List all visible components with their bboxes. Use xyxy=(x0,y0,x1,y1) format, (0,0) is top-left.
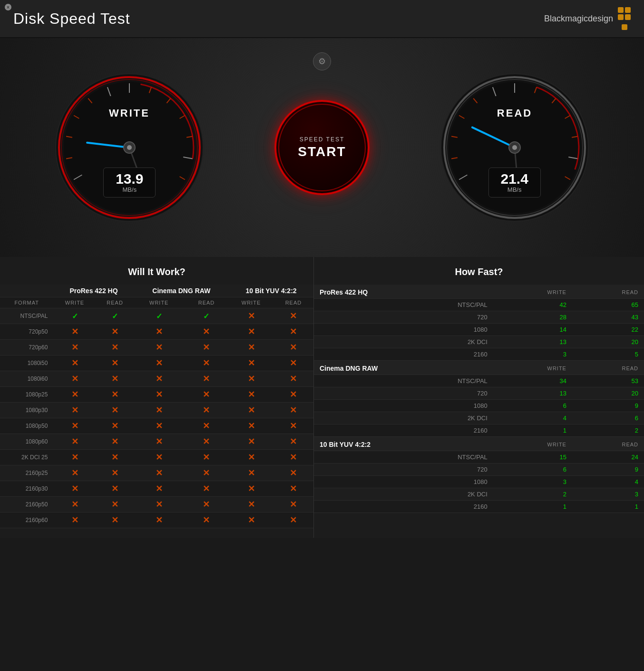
write-value: 6 xyxy=(493,464,572,476)
format-cell: 2160p25 xyxy=(0,465,53,481)
write-speed-value: 13.9 xyxy=(113,172,146,186)
write-value: 4 xyxy=(493,412,572,424)
read-value: 4 xyxy=(572,476,644,488)
table-row: 2K DCI 2 3 xyxy=(314,488,644,501)
cross-icon: ✕ xyxy=(290,390,297,399)
value-cell: ✕ xyxy=(96,434,134,450)
value-cell: ✕ xyxy=(229,403,273,418)
gauge-section: ⚙ xyxy=(0,38,644,257)
write-value: 15 xyxy=(493,451,572,464)
format-cell: 2160p30 xyxy=(0,481,53,497)
cross-icon: ✕ xyxy=(71,327,78,336)
value-cell: ✕ xyxy=(273,465,313,481)
cross-icon: ✕ xyxy=(156,374,163,384)
cross-icon: ✕ xyxy=(156,327,163,336)
table-row: 2K DCI 4 6 xyxy=(314,412,644,424)
value-cell: ✕ xyxy=(134,434,184,450)
read-value: 1 xyxy=(572,501,644,513)
value-cell: ✕ xyxy=(229,324,273,340)
value-cell: ✕ xyxy=(229,497,273,513)
cross-icon: ✕ xyxy=(71,453,78,462)
start-small-text: SPEED TEST xyxy=(298,136,346,143)
cross-icon: ✕ xyxy=(71,500,78,509)
write-col-header: WRITE xyxy=(493,437,572,451)
value-cell: ✕ xyxy=(134,465,184,481)
brand-dot-1 xyxy=(618,7,624,13)
cross-icon: ✕ xyxy=(156,515,163,525)
value-cell: ✕ xyxy=(53,434,96,450)
cross-icon: ✕ xyxy=(203,327,210,336)
value-cell: ✕ xyxy=(184,371,229,387)
format-label: 2160 xyxy=(314,501,493,513)
table-row: 720 6 9 xyxy=(314,464,644,476)
value-cell: ✕ xyxy=(184,418,229,434)
read-value: 3 xyxy=(572,488,644,501)
cross-icon: ✕ xyxy=(290,358,297,368)
value-cell: ✕ xyxy=(229,481,273,497)
cross-icon: ✕ xyxy=(111,484,118,493)
write-value: 13 xyxy=(493,387,572,400)
brand-dot-2 xyxy=(625,7,631,13)
close-button[interactable]: × xyxy=(5,4,11,10)
cross-icon: ✕ xyxy=(71,374,78,384)
format-label: 720 xyxy=(314,464,493,476)
format-label: 720 xyxy=(314,311,493,324)
will-it-work-body: NTSC/PAL✓✓✓✓✕✕720p50✕✕✕✕✕✕720p60✕✕✕✕✕✕10… xyxy=(0,308,313,528)
format-cell: 1080i50 xyxy=(0,355,53,371)
cross-icon: ✕ xyxy=(248,405,255,415)
table-row: 2160 1 2 xyxy=(314,424,644,437)
cross-icon: ✕ xyxy=(156,390,163,399)
column-group-row: ProRes 422 HQ Cinema DNG RAW 10 Bit YUV … xyxy=(0,285,313,297)
table-row: 720p50✕✕✕✕✕✕ xyxy=(0,324,313,340)
value-cell: ✕ xyxy=(134,355,184,371)
cross-icon: ✕ xyxy=(156,468,163,478)
cross-icon: ✕ xyxy=(203,437,210,446)
table-row: 1080 6 9 xyxy=(314,400,644,412)
value-cell: ✕ xyxy=(273,513,313,528)
section-name: ProRes 422 HQ xyxy=(314,285,493,299)
value-cell: ✕ xyxy=(273,481,313,497)
table-row: 1080 3 4 xyxy=(314,476,644,488)
write-gauge: WRITE 13.9 MB/s xyxy=(53,71,205,224)
table-row: NTSC/PAL 42 65 xyxy=(314,299,644,311)
start-button-text: SPEED TEST START xyxy=(298,136,346,159)
cross-icon: ✕ xyxy=(248,500,255,509)
write-value: 42 xyxy=(493,299,572,311)
value-cell: ✕ xyxy=(96,481,134,497)
cross-icon: ✕ xyxy=(71,421,78,431)
value-cell: ✕ xyxy=(273,387,313,403)
table-row: 2160p50✕✕✕✕✕✕ xyxy=(0,497,313,513)
table-row: 2K DCI 13 20 xyxy=(314,336,644,348)
cross-icon: ✕ xyxy=(203,421,210,431)
dng-write-header: WRITE xyxy=(134,297,184,308)
cross-icon: ✕ xyxy=(290,453,297,462)
value-cell: ✕ xyxy=(229,418,273,434)
cross-icon: ✕ xyxy=(248,437,255,446)
format-label: 1080 xyxy=(314,400,493,412)
value-cell: ✕ xyxy=(229,465,273,481)
check-icon: ✓ xyxy=(156,312,162,320)
will-it-work-title: Will It Work? xyxy=(0,266,313,277)
table-row: 720 13 20 xyxy=(314,387,644,400)
read-value: 43 xyxy=(572,311,644,324)
value-cell: ✕ xyxy=(184,403,229,418)
table-row: 720 28 43 xyxy=(314,311,644,324)
cross-icon: ✕ xyxy=(248,311,255,321)
start-button[interactable]: SPEED TEST START xyxy=(274,100,370,195)
write-gauge-svg: WRITE xyxy=(53,71,205,224)
value-cell: ✕ xyxy=(53,418,96,434)
cross-icon: ✕ xyxy=(111,405,118,415)
format-cell: 720p50 xyxy=(0,324,53,340)
write-value: 3 xyxy=(493,348,572,361)
write-value: 28 xyxy=(493,311,572,324)
value-cell: ✕ xyxy=(229,355,273,371)
how-fast-panel: How Fast? ProRes 422 HQ WRITE READ NTSC/… xyxy=(314,257,644,538)
section-header-row: Cinema DNG RAW WRITE READ xyxy=(314,361,644,375)
value-cell: ✕ xyxy=(184,340,229,355)
format-cell: 1080p30 xyxy=(0,403,53,418)
settings-button[interactable]: ⚙ xyxy=(313,52,331,70)
prores-write-header: WRITE xyxy=(53,297,96,308)
value-cell: ✕ xyxy=(184,387,229,403)
cross-icon: ✕ xyxy=(203,374,210,384)
cross-icon: ✕ xyxy=(111,343,118,352)
